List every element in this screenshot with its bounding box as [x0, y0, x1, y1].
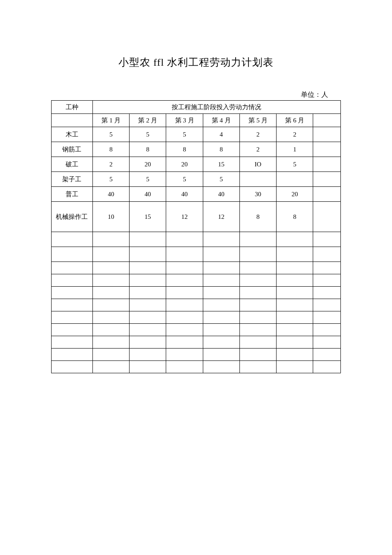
empty-cell [130, 287, 166, 299]
empty-cell [313, 287, 341, 299]
empty-cell [239, 299, 276, 311]
empty-cell [130, 311, 166, 324]
cell-m4: 5 [203, 172, 239, 187]
empty-cell [239, 262, 276, 274]
table-row [52, 247, 341, 262]
empty-cell [166, 299, 203, 311]
empty-cell [313, 349, 341, 361]
table-row [52, 262, 341, 274]
cell-m1: 5 [92, 127, 129, 142]
empty-cell [277, 247, 313, 262]
table-row: 破工2202015IO5 [52, 157, 341, 172]
cell-last [313, 127, 341, 142]
empty-cell [203, 247, 239, 262]
empty-cell [166, 361, 203, 373]
cell-m5: 8 [239, 202, 276, 232]
empty-cell [166, 232, 203, 247]
empty-cell [313, 311, 341, 324]
cell-last [313, 142, 341, 157]
empty-cell [130, 349, 166, 361]
cell-m6: 5 [277, 157, 313, 172]
cell-last [313, 202, 341, 232]
cell-m1: 40 [92, 187, 129, 202]
empty-cell [239, 336, 276, 349]
table-row: 普工404040403020 [52, 187, 341, 202]
cell-m6 [277, 172, 313, 187]
empty-cell [313, 232, 341, 247]
cell-m5 [239, 172, 276, 187]
empty-cell [313, 361, 341, 373]
row-label: 钢筋工 [52, 142, 93, 157]
cell-m4: 15 [203, 157, 239, 172]
row-label: 普工 [52, 187, 93, 202]
empty-cell [166, 274, 203, 287]
empty-cell [166, 311, 203, 324]
table-row [52, 349, 341, 361]
page-title: 小型农 ffl 水利工程劳动力计划表 [51, 55, 341, 69]
cell-m4: 40 [203, 187, 239, 202]
cell-m4: 12 [203, 202, 239, 232]
empty-cell [203, 324, 239, 336]
empty-cell [239, 274, 276, 287]
cell-m3: 20 [166, 157, 203, 172]
cell-m1: 8 [92, 142, 129, 157]
table-row [52, 361, 341, 373]
empty-cell [203, 311, 239, 324]
col-header-month-4: 第 4 月 [203, 114, 239, 127]
cell-m1: 10 [92, 202, 129, 232]
cell-last [313, 187, 341, 202]
empty-cell [239, 361, 276, 373]
labor-plan-table: 工种按工程施工阶段投入劳动力情况第 1 月第 2 月第 3 月第 4 月第 5 … [51, 100, 341, 373]
empty-cell [92, 232, 129, 247]
empty-cell [277, 287, 313, 299]
empty-cell [313, 324, 341, 336]
cell-m4: 4 [203, 127, 239, 142]
cell-m5: 2 [239, 142, 276, 157]
empty-cell [92, 262, 129, 274]
cell-m3: 5 [166, 172, 203, 187]
empty-cell [166, 287, 203, 299]
cell-m6: 1 [277, 142, 313, 157]
empty-cell [277, 349, 313, 361]
col-header-month-3: 第 3 月 [166, 114, 203, 127]
unit-label: 单位：人 [51, 90, 341, 99]
empty-cell [239, 232, 276, 247]
cell-m2: 40 [130, 187, 166, 202]
empty-cell [130, 274, 166, 287]
empty-cell [130, 262, 166, 274]
empty-cell [166, 349, 203, 361]
empty-cell [239, 311, 276, 324]
cell-m2: 15 [130, 202, 166, 232]
empty-cell [313, 247, 341, 262]
empty-cell [52, 232, 93, 247]
col-header-month-2: 第 2 月 [130, 114, 166, 127]
cell-m6: 2 [277, 127, 313, 142]
row-label: 木工 [52, 127, 93, 142]
empty-cell [239, 349, 276, 361]
cell-m4: 8 [203, 142, 239, 157]
empty-cell [203, 336, 239, 349]
empty-cell [92, 324, 129, 336]
empty-cell [239, 247, 276, 262]
empty-cell [52, 262, 93, 274]
empty-cell [92, 274, 129, 287]
table-row [52, 232, 341, 247]
cell-m3: 40 [166, 187, 203, 202]
empty-cell [92, 299, 129, 311]
empty-cell [130, 299, 166, 311]
empty-cell [277, 262, 313, 274]
empty-cell [203, 361, 239, 373]
empty-cell [203, 262, 239, 274]
empty-cell [52, 311, 93, 324]
table-row: 架子工5555 [52, 172, 341, 187]
empty-cell [313, 262, 341, 274]
empty-cell [277, 274, 313, 287]
empty-cell [52, 287, 93, 299]
col-header-span: 按工程施工阶段投入劳动力情况 [92, 101, 340, 114]
empty-cell [130, 232, 166, 247]
empty-cell [52, 299, 93, 311]
empty-cell [52, 247, 93, 262]
empty-cell [52, 349, 93, 361]
empty-cell [92, 349, 129, 361]
empty-cell [313, 336, 341, 349]
